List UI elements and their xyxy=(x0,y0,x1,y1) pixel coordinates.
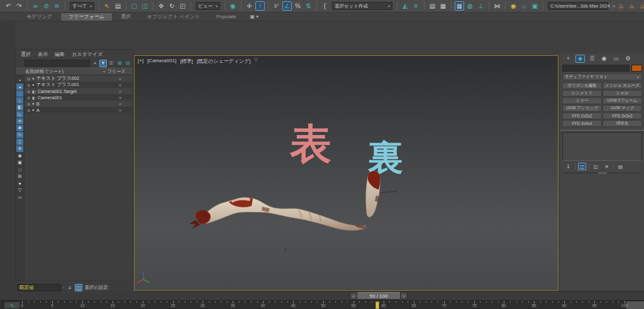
configure-modifier-sets-icon[interactable]: ▤ xyxy=(616,163,625,170)
freeze-toggle-icon[interactable]: ✛ xyxy=(108,102,133,106)
remove-modifier-icon[interactable]: ✕ xyxy=(602,163,611,170)
cp-tab-utilities[interactable]: ⚙ xyxy=(623,55,633,63)
select-by-name-icon[interactable]: ▤ xyxy=(113,1,123,11)
uvw-map-button[interactable]: UVW マップ xyxy=(602,105,642,112)
scene-object-row[interactable]: ⊙●テキスト プラス001✛ xyxy=(25,82,133,88)
named-selection-sets-dropdown[interactable]: 選択セット作成▾ xyxy=(332,2,392,10)
use-pivot-point-center-icon[interactable]: ◉ xyxy=(228,1,238,11)
time-slider-handle[interactable]: < 59 / 100 > xyxy=(350,292,408,300)
viewport-label-segment-1[interactable]: [Camera001] xyxy=(147,58,176,65)
uvw-xform-button[interactable]: UVW Xフォーム xyxy=(602,97,642,104)
bind-to-space-warp-icon[interactable]: ≋ xyxy=(52,1,62,11)
visibility-eye-icon[interactable]: ⊙ xyxy=(27,102,30,106)
ffd-3x3x3-button[interactable]: FFD 3x3x3 xyxy=(602,112,642,119)
expand-all-icon[interactable]: ⊞ xyxy=(116,60,123,67)
render-iterative-icon[interactable]: ♨ xyxy=(638,1,644,11)
filter-containers-icon[interactable]: ▯ xyxy=(16,139,23,145)
select-and-move-icon[interactable]: ✜ xyxy=(157,1,166,11)
undo-icon[interactable]: ↶ xyxy=(4,1,13,11)
modifier-stack-list[interactable] xyxy=(562,132,642,161)
freeze-toggle-icon[interactable]: ✛ xyxy=(108,108,133,112)
track-bar[interactable]: ∿ 05101520253035404550556065707580859095… xyxy=(0,300,644,309)
select-and-rotate-icon[interactable]: ↻ xyxy=(167,1,177,11)
explorer-menu-display[interactable]: 表示 xyxy=(38,51,48,58)
spherify-button[interactable]: 球状化 xyxy=(602,120,642,127)
select-and-scale-icon[interactable]: ◰ xyxy=(178,1,187,11)
ribbon-tab-freeform[interactable]: フリーフォーム xyxy=(61,13,112,21)
modifier-list-dropdown[interactable]: モディファイヤ リスト ▼ xyxy=(562,73,642,80)
scene-object-row[interactable]: ⊙◧Camera001.Target✛ xyxy=(25,88,133,94)
select-object-icon[interactable]: ↖ xyxy=(103,1,112,11)
freeze-toggle-icon[interactable]: ✛ xyxy=(108,89,133,94)
percent-snap-icon[interactable]: % xyxy=(293,1,303,11)
explorer-menu-edit[interactable]: 編集 xyxy=(55,51,65,58)
keyboard-shortcut-override-icon[interactable]: ↑ xyxy=(255,1,265,11)
filter-frozen-icon[interactable]: ❄ xyxy=(16,146,23,152)
shell-button[interactable]: シェル xyxy=(602,90,642,97)
rendered-frame-window-icon[interactable]: ▣ xyxy=(530,1,540,11)
filter-shapes-icon[interactable]: ◌ xyxy=(16,90,23,97)
selection-filter-dropdown[interactable]: すべて▾ xyxy=(70,2,94,10)
mesh-object-long[interactable] xyxy=(189,197,367,230)
text-object-front[interactable]: 表 xyxy=(289,121,331,167)
lock-selection-icon[interactable]: ◫ xyxy=(75,284,82,291)
pin-stack-icon[interactable]: ↧ xyxy=(564,163,572,170)
render-setup-icon[interactable]: ♨ xyxy=(519,1,529,11)
viewport-label-segment-3[interactable]: [既定のシェーディング] xyxy=(197,58,251,65)
preset-dropdown[interactable]: 既定値 xyxy=(17,284,61,291)
schematic-view-icon[interactable]: ⋈ xyxy=(492,1,502,11)
freeze-column-header[interactable]: ▼ フリーズ xyxy=(103,68,133,75)
cp-tab-hierarchy[interactable]: ☰ xyxy=(587,55,597,63)
batch-render-icon[interactable]: ♨ xyxy=(616,1,626,11)
next-frame-button[interactable]: > xyxy=(400,292,408,300)
explorer-menu-select[interactable]: 選択 xyxy=(21,51,31,58)
ribbon-config-icon[interactable]: ▣ ▾ xyxy=(250,14,259,19)
filter-funnel-icon[interactable]: ▽ xyxy=(16,187,23,193)
ribbon-tab-modeling[interactable]: モデリング xyxy=(19,13,60,21)
filter-bones-icon[interactable]: ↻ xyxy=(16,132,23,138)
visibility-eye-icon[interactable]: ⊙ xyxy=(27,108,30,112)
render-to-texture-icon[interactable]: ♨ xyxy=(627,1,636,11)
rectangular-selection-region-icon[interactable]: ▢ xyxy=(130,1,139,11)
mirror-icon[interactable]: ◭ xyxy=(401,1,410,11)
show-selected-icon[interactable]: □ xyxy=(16,166,23,173)
explorer-options-icon[interactable]: ▪ xyxy=(16,77,23,83)
ribbon-tab-populate[interactable]: Populate xyxy=(209,13,244,21)
rollout-separator[interactable] xyxy=(563,173,641,175)
viewport-label-segment-2[interactable]: [標準] xyxy=(180,58,192,65)
explorer-search-input[interactable] xyxy=(25,60,90,67)
cp-tab-motion[interactable]: ◉ xyxy=(599,55,609,63)
filter-geometry-icon[interactable]: ● xyxy=(16,84,23,90)
object-name-field[interactable] xyxy=(562,65,630,72)
curve-editor-icon[interactable]: ⊥ xyxy=(476,1,486,11)
ffd-4x4x4-button[interactable]: FFD 4x4x4 xyxy=(562,120,602,127)
filter-space-warps-icon[interactable]: ≋ xyxy=(16,118,23,124)
container-bucket-icon[interactable]: ▭ xyxy=(16,194,23,200)
filter-cameras-icon[interactable]: ◧ xyxy=(16,104,23,111)
scene-object-row[interactable]: ⊙●A✛ xyxy=(25,107,133,113)
toggle-layer-explorer-icon[interactable]: ▦ xyxy=(438,1,448,11)
redo-icon[interactable]: ↷ xyxy=(14,1,24,11)
visibility-eye-icon[interactable]: ⊙ xyxy=(27,95,30,100)
mesh-smooth-button[interactable]: メッシュ スムーズ xyxy=(602,82,642,89)
spinner-snap-icon[interactable]: ⇅ xyxy=(304,1,313,11)
visibility-eye-icon[interactable]: ⊙ xyxy=(27,89,30,94)
toggle-scene-explorer-icon[interactable]: ▤ xyxy=(428,1,437,11)
cp-tab-display[interactable]: ▭ xyxy=(611,55,621,63)
ffd-2x2x2-button[interactable]: FFD 2x2x2 xyxy=(562,112,602,119)
slate-material-editor-icon[interactable]: ◍ xyxy=(465,1,475,11)
align-icon[interactable]: ≡ xyxy=(411,1,421,11)
visibility-eye-icon[interactable]: ⊙ xyxy=(27,77,30,81)
window-crossing-icon[interactable]: ◫ xyxy=(140,1,150,11)
project-folder-dropdown[interactable]: C:\Users\tee...3ds Max 2024▾ xyxy=(548,2,608,10)
viewport-label-segment-0[interactable]: [+] xyxy=(138,58,143,65)
current-frame-label[interactable]: 59 / 100 xyxy=(357,292,400,300)
collapse-all-icon[interactable]: ⊟ xyxy=(124,60,131,67)
viewport-layout-tabs-icon[interactable]: ▦ xyxy=(455,1,464,11)
scene-object-row[interactable]: ⊙●B✛ xyxy=(25,100,133,107)
clear-search-icon[interactable]: × xyxy=(91,60,99,67)
unwrap-uvw-button[interactable]: UVW アンラップ xyxy=(562,105,602,112)
object-color-swatch[interactable] xyxy=(631,65,642,72)
angle-snap-icon[interactable]: ∠ xyxy=(282,1,292,11)
scene-object-row[interactable]: ⊙●テキスト プラス002✛ xyxy=(25,75,133,82)
